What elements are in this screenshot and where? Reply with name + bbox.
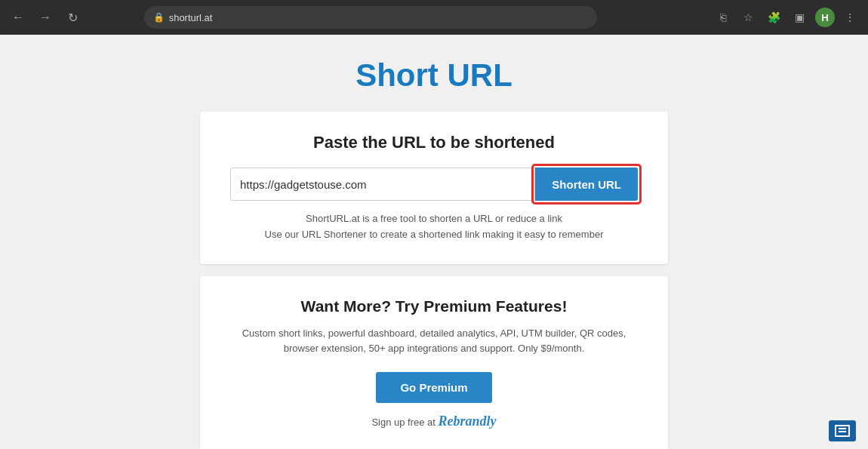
puzzle-icon: 🧩 — [768, 11, 780, 23]
browser-actions: ⎗ ☆ 🧩 ▣ H ⋮ — [713, 7, 860, 28]
forward-icon: → — [39, 11, 51, 24]
desc-line2: Use our URL Shortener to create a shorte… — [265, 229, 604, 240]
url-display: shorturl.at — [169, 12, 213, 23]
bookmark-button[interactable]: ☆ — [738, 7, 759, 28]
watermark-logo — [829, 420, 856, 441]
url-input-row: Shorten URL — [230, 168, 638, 201]
browser-chrome: ← → ↻ 🔒 shorturl.at ⎗ ☆ 🧩 ▣ H ⋮ — [0, 0, 868, 35]
card-description: ShortURL.at is a free tool to shorten a … — [230, 211, 638, 243]
address-bar[interactable]: 🔒 shorturl.at — [144, 6, 597, 29]
profile-avatar[interactable]: H — [815, 8, 835, 27]
reload-button[interactable]: ↻ — [62, 7, 83, 28]
more-icon: ⋮ — [845, 11, 855, 23]
share-icon: ⎗ — [720, 11, 726, 23]
card-heading: Paste the URL to be shortened — [230, 133, 638, 152]
page-title: Short URL — [15, 57, 853, 94]
back-button[interactable]: ← — [8, 7, 29, 28]
reload-icon: ↻ — [68, 11, 78, 25]
shorten-button-wrapper: Shorten URL — [535, 168, 638, 201]
signup-prefix: Sign up free at — [371, 417, 438, 428]
premium-card: Want More? Try Premium Features! Custom … — [200, 276, 668, 449]
page-content: Short URL Paste the URL to be shortened … — [0, 35, 868, 449]
signup-text: Sign up free at Rebrandly — [230, 414, 638, 429]
url-input[interactable] — [230, 168, 535, 201]
shorten-url-button[interactable]: Shorten URL — [535, 168, 638, 201]
lock-icon: 🔒 — [153, 12, 165, 23]
desc-line1: ShortURL.at is a free tool to shorten a … — [306, 213, 562, 224]
more-button[interactable]: ⋮ — [839, 7, 860, 28]
watermark-icon — [835, 425, 850, 437]
window-toggle-button[interactable]: ▣ — [790, 7, 811, 28]
url-shortener-card: Paste the URL to be shortened Shorten UR… — [200, 112, 668, 264]
extensions-button[interactable]: 🧩 — [764, 7, 785, 28]
star-icon: ☆ — [743, 11, 753, 23]
forward-button[interactable]: → — [35, 7, 56, 28]
go-premium-button[interactable]: Go Premium — [376, 372, 491, 403]
share-button[interactable]: ⎗ — [713, 7, 734, 28]
premium-heading: Want More? Try Premium Features! — [230, 297, 638, 315]
back-icon: ← — [12, 11, 24, 24]
rebrandly-logo: Rebrandly — [439, 414, 497, 429]
window-icon: ▣ — [795, 11, 805, 23]
premium-description: Custom short links, powerful dashboard, … — [230, 326, 638, 358]
